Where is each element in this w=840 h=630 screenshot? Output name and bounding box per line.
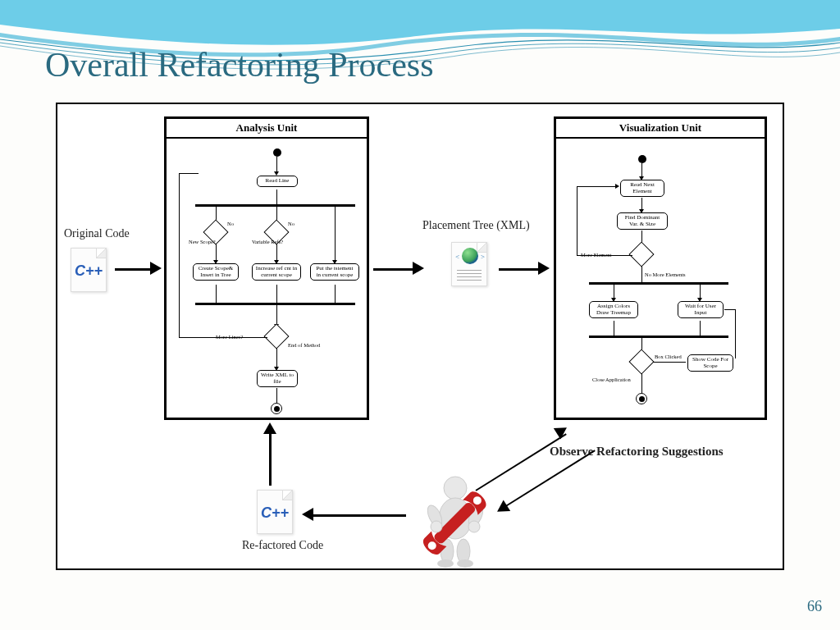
box-clicked-label: Box Clicked — [655, 354, 682, 359]
refactored-code-label: Re-factored Code — [242, 539, 323, 552]
arrowhead-to-viz — [538, 262, 550, 275]
no-label-2: No — [288, 221, 294, 226]
developer-figure-icon — [410, 473, 500, 571]
new-scope-label: New Scope? — [189, 239, 216, 244]
analysis-unit: Analysis Unit Read Line New Scope? No Cr… — [164, 116, 369, 420]
fork-bar-top — [195, 204, 355, 207]
arrow-refactored-up — [269, 432, 272, 486]
placement-tree-label: Placement Tree (XML) — [422, 219, 530, 232]
slide-title: Overall Refactoring Process — [45, 45, 434, 84]
var-refs-label: Variable Refs? — [252, 239, 283, 244]
close-app-label: Close Application — [592, 377, 625, 382]
viz-start-dot — [638, 155, 646, 163]
cpp-file-icon: C++ — [71, 248, 107, 292]
arrowhead-to-viz-up — [554, 422, 570, 440]
show-code-node: Show Code For Scope — [687, 354, 733, 372]
no-more-elements-label: No More Elements — [645, 272, 685, 277]
svg-point-4 — [437, 559, 454, 568]
no-label-1: No — [227, 221, 234, 226]
observe-suggestions-label: Observe Refactoring Suggestions — [550, 445, 724, 459]
wait-input-node: Wait for User Input — [678, 301, 724, 318]
arrowhead-refactored-up — [263, 422, 276, 434]
arrow-to-viz — [499, 268, 540, 271]
svg-point-5 — [457, 559, 473, 568]
diagram-frame: Original Code C++ Analysis Unit Read Lin… — [56, 103, 784, 570]
end-of-method-label: End of Method — [288, 342, 320, 348]
xml-file-icon: < > — [451, 242, 487, 286]
arrowhead-to-refactored — [302, 508, 313, 521]
visualization-unit-title: Visualization Unit — [556, 119, 765, 139]
create-scope-node: Create Scope& Insert in Tree — [193, 263, 239, 281]
more-element-decision — [632, 245, 651, 263]
viz-join — [589, 336, 728, 338]
svg-point-0 — [444, 477, 467, 500]
slide-number: 66 — [807, 598, 822, 615]
arrowhead-analysis-out — [413, 262, 424, 275]
viz-end-target — [636, 393, 647, 404]
arrow-to-refactored — [312, 514, 406, 517]
viz-fork — [589, 282, 728, 285]
visualization-unit: Visualization Unit Read Next Element Fin… — [554, 116, 767, 420]
more-lines-decision — [267, 327, 285, 345]
svg-point-11 — [431, 521, 442, 532]
assign-colors-node: Assign Colors Draw Treemap — [589, 301, 638, 318]
put-statement-node: Put the tstement in current scope — [310, 263, 359, 281]
box-clicked-decision — [632, 353, 651, 371]
increase-ref-node: Increase ref cnt in current scope — [252, 263, 301, 281]
read-next-node: Read Next Element — [620, 180, 664, 197]
svg-point-12 — [468, 521, 480, 532]
read-line-node: Read Line — [257, 176, 298, 187]
original-code-label: Original Code — [64, 227, 130, 240]
analysis-unit-title: Analysis Unit — [167, 119, 367, 139]
arrow-to-analysis — [115, 268, 152, 271]
join-bar — [195, 303, 355, 305]
refactored-cpp-icon: C++ — [257, 490, 293, 534]
write-xml-node: Write XML to file — [257, 370, 298, 387]
arrowhead-to-analysis — [150, 262, 162, 275]
find-dominant-node: Find Dominant Var. & Size — [617, 212, 668, 230]
analysis-end-target — [271, 403, 282, 414]
start-dot — [273, 148, 281, 157]
arrow-analysis-out — [373, 268, 414, 271]
